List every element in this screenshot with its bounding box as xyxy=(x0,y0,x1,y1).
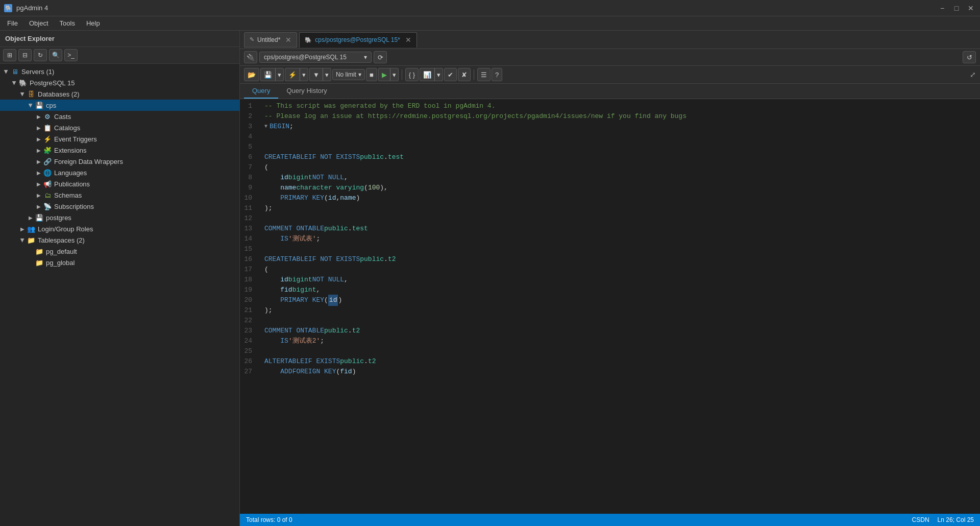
macros-btn[interactable]: ☰ xyxy=(477,68,491,81)
databases-toggle[interactable]: ▶ xyxy=(20,90,26,98)
maximize-button[interactable]: □ xyxy=(951,3,962,13)
tab-cps-close[interactable]: ✕ xyxy=(405,36,411,44)
stop-btn[interactable]: ■ xyxy=(366,68,377,81)
line-numbers: 1 2 3 4 5 6 7 8 9 10 11 12 13 14 15 16 1… xyxy=(240,99,260,514)
close-window-button[interactable]: ✕ xyxy=(966,3,976,13)
ln-5: 5 xyxy=(240,142,256,152)
servers-toggle[interactable]: ▶ xyxy=(4,67,9,76)
code-content[interactable]: -- This script was generated by the ERD … xyxy=(260,99,980,514)
sidebar-item-languages[interactable]: ▶ 🌐 Languages xyxy=(0,167,239,178)
tablespaces-toggle[interactable]: ▶ xyxy=(20,236,26,244)
connection-reload-btn[interactable]: ⟳ xyxy=(374,51,387,63)
sidebar-item-publications[interactable]: ▶ 📢 Publications xyxy=(0,178,239,189)
no-limit-label: No limit xyxy=(336,71,356,78)
explain-arrow-btn[interactable]: ▾ xyxy=(434,68,443,81)
sidebar-item-subscriptions[interactable]: ▶ 📡 Subscriptions xyxy=(0,201,239,212)
ln-21: 21 xyxy=(240,305,256,316)
tab-untitled[interactable]: ✎ Untitled* ✕ xyxy=(244,32,297,47)
oe-terminal-btn[interactable]: >_ xyxy=(64,49,78,61)
menu-tools[interactable]: Tools xyxy=(55,17,80,29)
sidebar-item-tablespaces[interactable]: ▶ 📁 Tablespaces (2) xyxy=(0,234,239,246)
tab-cps-conn[interactable]: 🐘 cps/postgres@PostgreSQL 15* ✕ xyxy=(299,32,417,47)
tab-query[interactable]: Query xyxy=(244,84,278,99)
sidebar-item-foreign-data-wrappers[interactable]: ▶ 🔗 Foreign Data Wrappers xyxy=(0,156,239,167)
ln-24: 24 xyxy=(240,336,256,346)
commit-btn[interactable]: ✔ xyxy=(444,68,457,81)
menu-file[interactable]: File xyxy=(2,17,23,29)
format-btn[interactable]: { } xyxy=(405,68,419,81)
maximize-editor-btn[interactable]: ⤢ xyxy=(970,70,976,79)
catalogs-icon: 📋 xyxy=(43,123,52,132)
tablespaces-label: Tablespaces (2) xyxy=(38,236,85,244)
no-limit-select[interactable]: No limit ▾ xyxy=(332,69,365,80)
execute-arrow-btn[interactable]: ▾ xyxy=(300,68,308,81)
save-btn[interactable]: 💾 xyxy=(260,68,275,81)
code-line-1: -- This script was generated by the ERD … xyxy=(264,101,980,111)
sidebar-item-pg-default[interactable]: 📁 pg_default xyxy=(0,246,239,257)
sidebar-item-databases[interactable]: ▶ 🗄 Databases (2) xyxy=(0,88,239,100)
languages-toggle[interactable]: ▶ xyxy=(35,170,43,176)
sidebar-item-login-roles[interactable]: ▶ 👥 Login/Group Roles xyxy=(0,223,239,234)
oe-refresh-btn[interactable]: ↻ xyxy=(34,49,47,61)
object-explorer-title: Object Explorer xyxy=(5,35,55,42)
code-line-12 xyxy=(264,213,980,224)
event-triggers-toggle[interactable]: ▶ xyxy=(35,136,43,142)
sidebar-item-postgresql15[interactable]: ▶ 🐘 PostgreSQL 15 xyxy=(0,77,239,88)
oe-search-btn[interactable]: 🔍 xyxy=(49,49,62,61)
ln-8: 8 xyxy=(240,173,256,183)
sidebar-item-casts[interactable]: ▶ ⚙ Casts xyxy=(0,111,239,122)
explain-btn[interactable]: 📊 xyxy=(420,68,434,81)
connection-icon-btn[interactable]: 🔌 xyxy=(244,51,257,63)
sidebar-item-postgres[interactable]: ▶ 💾 postgres xyxy=(0,212,239,223)
filter-btn[interactable]: ▼ xyxy=(309,68,323,81)
sidebar-item-schemas[interactable]: ▶ 🗂 Schemas xyxy=(0,189,239,201)
ln-13: 13 xyxy=(240,224,256,234)
execute-btn[interactable]: ⚡ xyxy=(285,68,300,81)
sidebar-item-event-triggers[interactable]: ▶ ⚡ Event Triggers xyxy=(0,133,239,145)
extensions-toggle[interactable]: ▶ xyxy=(35,148,43,153)
oe-grid-btn[interactable]: ⊞ xyxy=(3,49,16,61)
subscriptions-icon: 📡 xyxy=(43,202,52,211)
sidebar-item-extensions[interactable]: ▶ 🧩 Extensions xyxy=(0,145,239,156)
app-title: pgAdmin 4 xyxy=(16,4,48,12)
code-line-26: ALTER TABLE IF EXISTS public.t2 xyxy=(264,356,980,367)
pg15-toggle[interactable]: ▶ xyxy=(12,79,17,87)
code-line-13: COMMENT ON TABLE public.test xyxy=(264,224,980,234)
languages-label: Languages xyxy=(54,169,87,177)
cps-toggle[interactable]: ▶ xyxy=(28,101,34,109)
sidebar-item-pg-global[interactable]: 📁 pg_global xyxy=(0,257,239,268)
play-arrow-btn[interactable]: ▾ xyxy=(390,68,399,81)
postgres-toggle[interactable]: ▶ xyxy=(27,215,35,221)
schemas-toggle[interactable]: ▶ xyxy=(35,193,43,198)
event-triggers-icon: ⚡ xyxy=(43,134,52,144)
menu-object[interactable]: Object xyxy=(24,17,54,29)
oe-toolbar: ⊞ ⊟ ↻ 🔍 >_ xyxy=(0,47,239,64)
fdw-toggle[interactable]: ▶ xyxy=(35,159,43,164)
catalogs-toggle[interactable]: ▶ xyxy=(35,125,43,131)
publications-toggle[interactable]: ▶ xyxy=(35,181,43,187)
filter-arrow-btn[interactable]: ▾ xyxy=(323,68,331,81)
object-explorer: Object Explorer ⊞ ⊟ ↻ 🔍 >_ ▶ 🖥 Servers (… xyxy=(0,31,240,526)
open-file-btn[interactable]: 📂 xyxy=(244,68,259,81)
code-line-19: fid bigint, xyxy=(264,285,980,295)
rollback-btn[interactable]: ✘ xyxy=(458,68,471,81)
minimize-button[interactable]: − xyxy=(937,3,947,13)
refresh-btn[interactable]: ↺ xyxy=(963,51,976,63)
menu-help[interactable]: Help xyxy=(81,17,105,29)
tab-untitled-close[interactable]: ✕ xyxy=(285,36,291,44)
save-arrow-btn[interactable]: ▾ xyxy=(275,68,284,81)
code-line-11: ); xyxy=(264,203,980,213)
postgres-icon: 💾 xyxy=(35,213,44,222)
sidebar-item-servers[interactable]: ▶ 🖥 Servers (1) xyxy=(0,66,239,77)
casts-toggle[interactable]: ▶ xyxy=(35,114,43,119)
server-select[interactable]: cps/postgres@PostgreSQL 15 ▾ xyxy=(259,52,372,63)
oe-sql-btn[interactable]: ⊟ xyxy=(18,49,32,61)
subscriptions-toggle[interactable]: ▶ xyxy=(35,204,43,209)
code-line-2-text: -- Please log an issue at https://redmin… xyxy=(264,111,687,122)
tab-query-history[interactable]: Query History xyxy=(278,84,335,99)
login-roles-toggle[interactable]: ▶ xyxy=(18,226,27,232)
help-btn[interactable]: ? xyxy=(492,68,502,81)
sidebar-item-cps[interactable]: ▶ 💾 cps xyxy=(0,100,239,111)
play-btn[interactable]: ▶ xyxy=(378,68,390,81)
sidebar-item-catalogs[interactable]: ▶ 📋 Catalogs xyxy=(0,122,239,133)
